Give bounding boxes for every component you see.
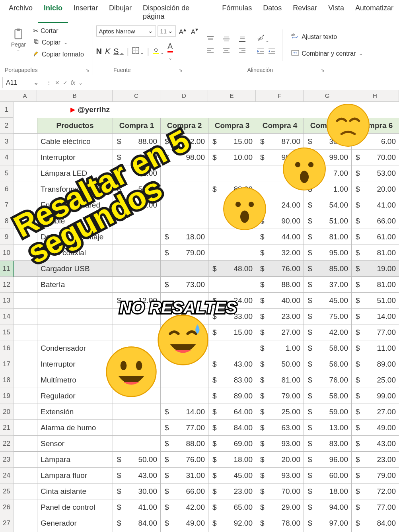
menu-revisar[interactable]: Revisar [287,2,323,23]
row-header[interactable]: 27 [0,515,14,531]
product-name[interactable]: Lámpara [37,452,113,468]
product-name[interactable]: Sensor [37,436,113,452]
cell[interactable] [14,499,37,515]
dialog-launcher-icon[interactable]: ↘ [179,67,183,73]
row-header[interactable]: 11 [0,261,14,277]
price-cell[interactable]: $14.00 [161,404,208,420]
row-header[interactable]: 10 [0,245,14,261]
cell[interactable] [161,213,208,229]
font-color-button[interactable]: A [167,42,173,62]
table-header[interactable]: Compra 3 [208,118,256,134]
product-name[interactable]: Lámpara fluor [37,468,113,483]
cell[interactable] [113,420,161,436]
cell[interactable] [14,340,37,356]
row-header[interactable]: 14 [0,309,14,324]
price-cell[interactable]: $23.00 [208,483,256,499]
price-cell[interactable]: $61.00 [352,229,399,245]
cell[interactable] [208,245,256,261]
price-cell[interactable]: $77.00 [352,499,399,515]
column-header-A[interactable]: A [13,90,37,101]
price-cell[interactable]: $76.00 [161,452,208,468]
product-name[interactable]: Cable eléctrico [37,134,113,150]
cell[interactable] [14,468,37,483]
price-cell[interactable]: $88.00 [256,277,304,293]
font-size-select[interactable]: 11 ⌄ [158,25,176,37]
product-name[interactable]: Generador [37,515,113,531]
price-cell[interactable]: $64.00 [208,404,256,420]
price-cell[interactable]: $89.00 [352,356,399,372]
menu-insertar[interactable]: Insertar [68,2,103,23]
italic-button[interactable]: K [105,47,110,56]
align-top-button[interactable] [206,35,218,44]
cell[interactable] [113,229,161,245]
price-cell[interactable]: $83.00 [304,436,352,452]
cell[interactable] [208,277,256,293]
name-box[interactable]: A11 ⌄ [2,77,42,88]
menu-dibujar[interactable]: Dibujar [103,2,137,23]
fx-label[interactable]: fx [71,80,75,86]
price-cell[interactable]: $43.00 [208,356,256,372]
cell[interactable] [161,102,208,118]
price-cell[interactable]: $25.00 [256,404,304,420]
price-cell[interactable]: $58.00 [304,388,352,404]
price-cell[interactable]: $96.00 [304,452,352,468]
price-cell[interactable]: $63.00 [256,420,304,436]
price-cell[interactable]: $29.00 [256,499,304,515]
product-name[interactable]: Regulador [37,388,113,404]
row-header[interactable]: 13 [0,293,14,309]
price-cell[interactable]: $15.00 [208,134,256,150]
price-cell[interactable]: $20.00 [256,452,304,468]
price-cell[interactable]: $42.00 [161,499,208,515]
row-header[interactable]: 9 [0,229,14,245]
price-cell[interactable]: $81.00 [352,245,399,261]
row-header[interactable]: 2 [0,118,14,134]
price-cell[interactable]: $60.00 [304,468,352,483]
cell[interactable] [208,229,256,245]
row-header[interactable]: 19 [0,388,14,404]
price-cell[interactable]: $92.00 [208,515,256,531]
cell[interactable] [113,404,161,420]
product-name[interactable]: Interruptor [37,356,113,372]
price-cell[interactable]: $84.00 [113,515,161,531]
cell[interactable] [14,277,37,293]
price-cell[interactable]: $18.00 [304,483,352,499]
bold-button[interactable]: N [96,47,102,56]
price-cell[interactable]: $41.00 [352,197,399,213]
cell[interactable] [161,388,208,404]
price-cell[interactable]: $56.00 [304,356,352,372]
cell[interactable] [14,181,37,197]
price-cell[interactable]: $58.00 [304,340,352,356]
column-header-C[interactable]: C [113,90,160,101]
price-cell[interactable]: $95.00 [304,245,352,261]
row-header[interactable]: 26 [0,499,14,515]
column-header-F[interactable]: F [256,90,304,101]
price-cell[interactable]: $59.00 [304,404,352,420]
cell[interactable] [161,197,208,213]
price-cell[interactable]: $48.00 [208,261,256,277]
row-header[interactable]: 21 [0,420,14,436]
row-header[interactable]: 20 [0,404,14,420]
row-header[interactable]: 22 [0,436,14,452]
column-header-E[interactable]: E [208,90,256,101]
cell[interactable] [113,436,161,452]
price-cell[interactable]: $84.00 [352,515,399,531]
price-cell[interactable]: $49.00 [352,420,399,436]
formula-input[interactable] [87,81,399,84]
price-cell[interactable]: $23.00 [352,452,399,468]
row-header[interactable]: 7 [0,197,14,213]
price-cell[interactable]: $20.00 [352,181,399,197]
price-cell[interactable]: $77.00 [352,324,399,340]
price-cell[interactable]: $66.00 [352,213,399,229]
price-cell[interactable]: $43.00 [352,436,399,452]
row-header[interactable]: 6 [0,181,14,197]
price-cell[interactable]: $65.00 [208,499,256,515]
price-cell[interactable]: $77.00 [161,420,208,436]
cell[interactable] [14,309,37,324]
price-cell[interactable]: $84.00 [208,420,256,436]
price-cell[interactable]: $93.00 [256,436,304,452]
price-cell[interactable]: $99.00 [352,388,399,404]
column-header-H[interactable]: H [351,90,399,101]
borders-button[interactable] [132,47,144,56]
align-bottom-button[interactable] [238,35,250,44]
price-cell[interactable]: $81.00 [304,229,352,245]
